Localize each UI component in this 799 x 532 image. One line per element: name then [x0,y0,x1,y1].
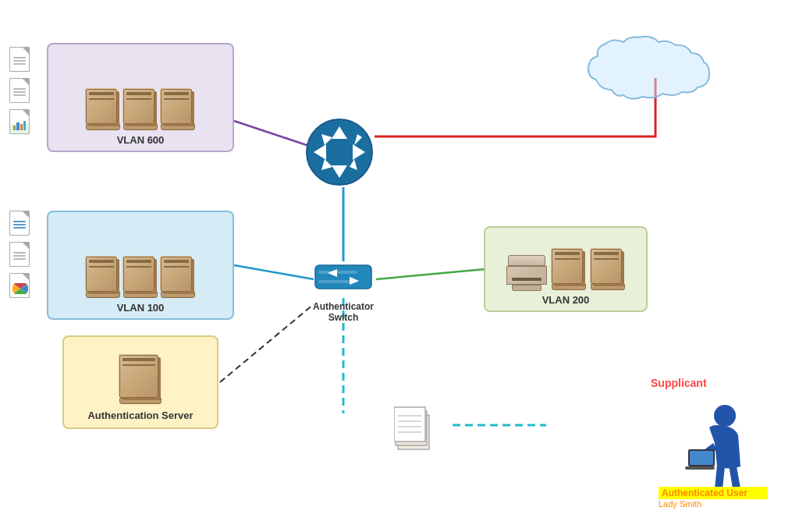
doc-icon-5[interactable] [9,242,30,267]
cloud-icon [581,31,721,109]
network-diagram: VLAN 600 VLAN 100 Authen [0,0,799,532]
server-icon-7 [552,249,586,291]
svg-rect-20 [318,280,357,283]
svg-line-2 [234,265,314,279]
server-icon-2 [123,89,158,131]
auth-user-label-area: Authenticated User Lady Smith [659,487,768,509]
doc-icon-2[interactable] [9,78,30,103]
svg-line-4 [220,304,314,382]
server-icon-5 [123,257,158,299]
doc-icon-6[interactable] [9,273,30,298]
doc-stack-icon [394,403,433,442]
auth-server-box: Authentication Server [62,335,218,429]
server-icon-3 [161,89,195,131]
auth-server-icon [119,355,162,406]
authenticated-user-badge: Authenticated User [659,487,768,499]
switch-icon [312,257,375,296]
sidebar-mid-icons [9,211,30,298]
user-figure-svg [674,396,752,498]
switch-label: Authenticator Switch [304,301,382,323]
vlan600-label: VLAN 600 [117,134,165,146]
server-icon-4 [86,257,120,299]
vlan200-box: VLAN 200 [484,226,648,312]
server-icon-8 [591,249,625,291]
server-icon-1 [86,89,120,131]
svg-rect-16 [315,265,371,289]
auth-server-icon-group [119,355,162,406]
printer-icon [506,255,547,291]
vlan600-box: VLAN 600 [47,43,234,152]
svg-rect-19 [318,271,357,274]
svg-rect-38 [690,451,713,465]
user-name-label: Lady Smith [659,499,768,509]
vlan100-servers [86,257,195,299]
doc-icon-1[interactable] [9,47,30,72]
vlan200-label: VLAN 200 [542,294,590,306]
vlan100-box: VLAN 100 [47,211,234,320]
user-area: Supplicant Authenticated User Lady Smith [674,396,752,501]
vlan600-servers [86,89,195,131]
svg-rect-39 [685,466,715,470]
svg-point-36 [714,405,736,427]
server-icon-6 [161,257,195,299]
vlan100-label: VLAN 100 [117,302,165,314]
doc-icon-4[interactable] [9,211,30,236]
router-icon [304,117,375,187]
supplicant-label: Supplicant [651,377,760,389]
svg-line-3 [376,269,485,279]
svg-rect-31 [394,407,425,442]
doc-icon-3[interactable] [9,109,30,134]
auth-server-label: Authentication Server [87,410,193,421]
sidebar-top-icons [9,47,30,134]
